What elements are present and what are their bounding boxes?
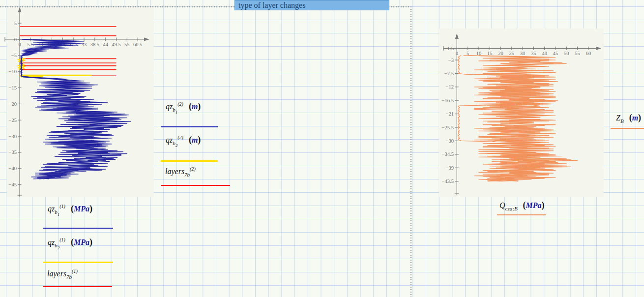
svg-text:50: 50	[564, 51, 569, 56]
svg-text:−3: −3	[448, 58, 454, 63]
legend-entry-right_z-0[interactable]: ZB(m)	[616, 113, 641, 123]
svg-text:−15: −15	[9, 85, 17, 90]
svg-text:−12: −12	[446, 84, 454, 89]
legend-sub: cza;B	[505, 206, 518, 211]
svg-text:44: 44	[103, 42, 108, 47]
legend-sub: b1	[55, 209, 59, 215]
svg-text:45: 45	[553, 51, 558, 56]
legend-sup: (1)	[59, 204, 65, 209]
legend-sup: (2)	[190, 166, 196, 172]
legend-entry-chart1_mpa-2[interactable]: layers7b(1)	[47, 269, 78, 278]
svg-text:33: 33	[82, 42, 87, 47]
legend-var: layers	[47, 269, 66, 278]
svg-text:35: 35	[531, 51, 536, 56]
svg-text:−1.5: −1.5	[444, 46, 454, 51]
svg-text:−20: −20	[9, 101, 17, 107]
svg-text:−30: −30	[446, 138, 454, 144]
svg-text:20: 20	[498, 51, 503, 56]
legend-entry-chart2_m-2[interactable]: layers7b(2)	[165, 167, 196, 176]
svg-text:−25.5: −25.5	[442, 125, 454, 130]
legend-entry-right_q-0[interactable]: Qcza;B(MPa)	[499, 200, 545, 210]
legend-line-sample	[611, 128, 644, 129]
worksheet: 05.51116.52227.53338.54449.55560.550−5−1…	[0, 0, 644, 297]
svg-text:−43.5: −43.5	[442, 178, 454, 184]
svg-text:0: 0	[14, 37, 17, 42]
legend-line-sample	[43, 228, 113, 229]
svg-text:30: 30	[520, 51, 526, 56]
legend-var: qz	[166, 136, 173, 144]
svg-text:25: 25	[509, 51, 515, 56]
svg-text:55: 55	[575, 51, 580, 56]
legend-var: layers	[165, 167, 184, 176]
legend-unit: m	[192, 136, 198, 144]
legend-entry-chart1_mpa-0[interactable]: qzb1(1)(MPa)	[48, 204, 92, 214]
svg-text:−34.5: −34.5	[442, 151, 454, 157]
legend-sub: b1	[173, 107, 177, 113]
svg-text:55: 55	[124, 42, 130, 47]
legend-unit: MPa	[526, 201, 542, 209]
legend-var: qz	[48, 205, 55, 213]
legend-var: Z	[616, 114, 620, 122]
page-break-vertical	[410, 6, 411, 297]
left-chart-svg: 05.51116.52227.53338.54449.55560.550−5−1…	[0, 0, 157, 202]
legend-line-sample	[43, 286, 112, 287]
legend-unit: m	[632, 114, 638, 122]
legend-entry-chart2_m-1[interactable]: qzb2(2)(m)	[166, 135, 201, 145]
legend-line-sample	[43, 262, 113, 263]
svg-text:60.5: 60.5	[133, 42, 142, 47]
legend-sub: 7b	[66, 274, 72, 280]
legend-unit: MPa	[74, 205, 89, 213]
svg-text:−30: −30	[9, 134, 17, 139]
legend-sup: (2)	[177, 101, 183, 107]
svg-text:−7.5: −7.5	[444, 71, 454, 76]
legend-unit: MPa	[74, 238, 89, 246]
legend-entry-chart2_m-0[interactable]: qzb1(2)(m)	[166, 101, 201, 112]
legend-sup: (1)	[59, 237, 65, 242]
legend-sub: 7b	[184, 172, 190, 178]
svg-text:−35: −35	[9, 149, 17, 155]
legend-sup: (2)	[177, 135, 183, 140]
svg-text:−5: −5	[11, 53, 17, 58]
legend-sub: B	[620, 118, 624, 124]
svg-text:−45: −45	[9, 182, 17, 187]
text-region-title[interactable]: type of layer changes	[234, 0, 389, 10]
legend-var: qz	[48, 238, 55, 246]
svg-text:0: 0	[18, 42, 21, 47]
svg-text:5: 5	[14, 21, 17, 26]
legend-entry-chart1_mpa-1[interactable]: qzb2(1)(MPa)	[48, 237, 92, 247]
legend-line-sample	[161, 185, 230, 186]
title-text: type of layer changes	[238, 1, 305, 9]
svg-text:60: 60	[586, 51, 591, 56]
svg-text:0: 0	[456, 51, 458, 56]
legend-var: qz	[166, 102, 173, 111]
chart-left-qz-profiles[interactable]: 05.51116.52227.53338.54449.55560.550−5−1…	[0, 0, 157, 204]
legend-sub: b2	[55, 242, 59, 248]
legend-line-sample	[161, 160, 218, 162]
svg-text:38.5: 38.5	[90, 42, 99, 47]
svg-text:−10: −10	[9, 69, 17, 74]
svg-text:−40: −40	[9, 166, 17, 171]
chart-right-qcza-profiles[interactable]: 051015202530354045505560−1.5−3−7.5−12−16…	[433, 27, 605, 206]
legend-unit: m	[192, 102, 198, 111]
legend-sup: (1)	[72, 268, 78, 274]
legend-line-sample	[497, 214, 546, 215]
svg-text:49.5: 49.5	[112, 42, 120, 47]
svg-text:27.5: 27.5	[69, 42, 78, 47]
legend-line-sample	[161, 126, 218, 127]
right-chart-svg: 051015202530354045505560−1.5−3−7.5−12−16…	[433, 27, 605, 204]
svg-text:−25: −25	[9, 118, 17, 123]
svg-text:−39: −39	[446, 165, 454, 171]
svg-text:−21: −21	[446, 111, 454, 117]
svg-text:−16.5: −16.5	[442, 98, 454, 103]
legend-sub: b2	[173, 140, 177, 146]
svg-text:40: 40	[542, 51, 547, 56]
legend-var: Q	[499, 201, 505, 209]
